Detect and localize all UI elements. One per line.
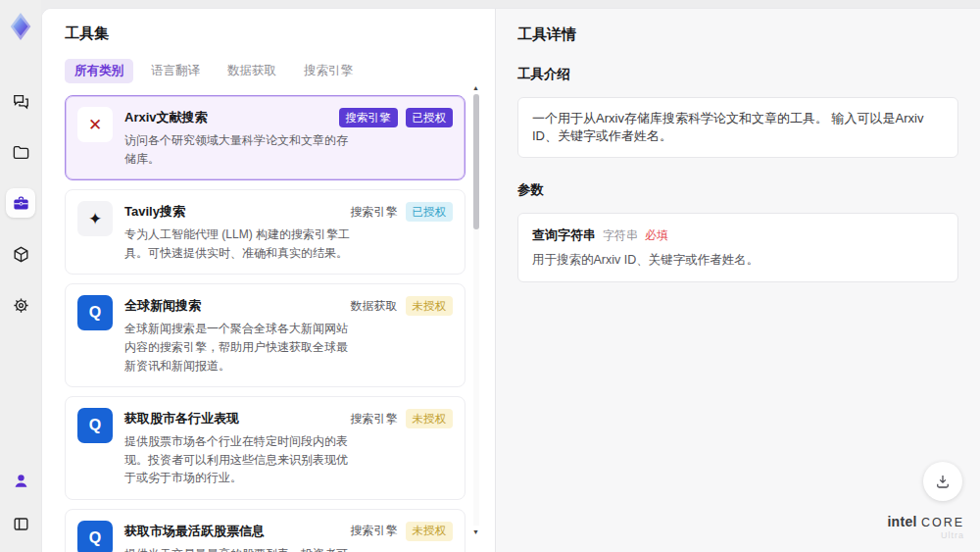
star-icon <box>77 201 113 236</box>
qblue-icon <box>77 295 113 330</box>
tool-tags: 搜索引擎 已授权 <box>351 202 454 222</box>
parameter-head: 查询字符串 字符串 必填 <box>532 226 944 244</box>
tool-tags: 搜索引擎 未授权 <box>351 522 454 541</box>
tool-card[interactable]: Tavily搜索 专为人工智能代理 (LLM) 构建的搜索引擎工具。可快速提供实… <box>65 189 466 275</box>
qblue-icon <box>77 521 113 552</box>
left-icon-rail <box>0 0 41 552</box>
brand-core: CORE <box>921 516 964 529</box>
tool-category-label: 数据获取 <box>351 298 398 315</box>
tool-description: 提供当天交易量最高的股票列表，投资者可以利用这些信息来识别流动性强的股票和潜在的… <box>124 545 359 552</box>
page-title: 工具集 <box>65 25 466 43</box>
tool-card[interactable]: 获取股市各行业表现 提供股票市场各个行业在特定时间段内的表现。投资者可以利用这些… <box>65 396 466 500</box>
brand-ultra: Ultra <box>887 531 964 540</box>
parameter-required-badge: 必填 <box>645 227 668 244</box>
tool-status-badge: 未授权 <box>406 296 454 316</box>
sidebar-item-models[interactable] <box>6 239 35 269</box>
sidebar-item-chat[interactable] <box>6 86 35 116</box>
category-tab[interactable]: 所有类别 <box>65 59 133 83</box>
parameter-type: 字符串 <box>603 227 638 244</box>
qblue-icon <box>77 408 113 443</box>
arxiv-icon <box>77 107 113 142</box>
category-tabs: 所有类别语言翻译数据获取搜索引擎 <box>65 59 466 83</box>
category-tab[interactable]: 搜索引擎 <box>294 59 363 83</box>
tool-name: 获取市场最活跃股票信息 <box>124 523 359 540</box>
download-icon <box>934 473 952 490</box>
scrollbar-thumb[interactable] <box>473 94 479 229</box>
tool-name: 全球新闻搜索 <box>124 297 359 315</box>
user-avatar-icon <box>12 472 30 490</box>
sidebar-item-collapse[interactable] <box>6 509 35 538</box>
sidebar-item-files[interactable] <box>6 137 35 167</box>
tool-tags: 搜索引擎 已授权 <box>339 108 454 127</box>
main-surface: 工具集 所有类别语言翻译数据获取搜索引擎 Arxiv文献搜索 访问各个研究领域大… <box>41 8 980 552</box>
cube-icon <box>12 245 30 264</box>
tool-detail-panel: 工具详情 工具介绍 一个用于从Arxiv存储库搜索科学论文和文章的工具。 输入可… <box>496 9 980 552</box>
sidebar-item-settings[interactable] <box>6 290 35 320</box>
tool-category-label: 搜索引擎 <box>351 523 398 539</box>
tool-category-label: 搜索引擎 <box>351 204 398 221</box>
tool-name: Arxiv文献搜索 <box>124 109 359 126</box>
parameter-name: 查询字符串 <box>532 226 596 244</box>
category-tab[interactable]: 语言翻译 <box>141 59 210 83</box>
intro-heading: 工具介绍 <box>517 66 958 83</box>
tool-name: Tavily搜索 <box>124 203 359 221</box>
tool-description: 访问各个研究领域大量科学论文和文章的存储库。 <box>124 131 359 168</box>
category-tab[interactable]: 数据获取 <box>218 59 286 83</box>
scroll-up-icon[interactable]: ▲ <box>471 83 480 92</box>
tool-tags: 数据获取 未授权 <box>351 296 454 316</box>
tool-category-label: 搜索引擎 <box>351 411 398 427</box>
chat-icon <box>12 92 30 111</box>
tool-status-badge: 已授权 <box>406 108 454 127</box>
tool-status-badge: 已授权 <box>406 202 454 222</box>
tool-list: Arxiv文献搜索 访问各个研究领域大量科学论文和文章的存储库。 搜索引擎 已授… <box>65 95 466 552</box>
parameter-desc: 用于搜索的Arxiv ID、关键字或作者姓名。 <box>532 252 944 269</box>
tool-category-label: 搜索引擎 <box>339 108 398 127</box>
sidebar-item-tools[interactable] <box>6 188 35 218</box>
tool-list-panel: 工具集 所有类别语言翻译数据获取搜索引擎 Arxiv文献搜索 访问各个研究领域大… <box>42 9 495 552</box>
app-logo-icon <box>6 12 35 41</box>
brand-intel: intel <box>887 514 916 529</box>
scroll-down-icon[interactable]: ▼ <box>471 527 480 536</box>
tool-tags: 搜索引擎 未授权 <box>351 409 454 428</box>
download-button[interactable] <box>923 462 962 501</box>
toolbox-icon <box>12 194 30 213</box>
intel-core-logo: intel CORE Ultra <box>887 515 964 541</box>
parameter-card: 查询字符串 字符串 必填 用于搜索的Arxiv ID、关键字或作者姓名。 <box>517 213 958 282</box>
tool-card[interactable]: 获取市场最活跃股票信息 提供当天交易量最高的股票列表，投资者可以利用这些信息来识… <box>65 509 466 552</box>
tool-status-badge: 未授权 <box>406 409 454 428</box>
tool-card[interactable]: Arxiv文献搜索 访问各个研究领域大量科学论文和文章的存储库。 搜索引擎 已授… <box>65 95 466 180</box>
sidebar-item-profile[interactable] <box>6 466 35 495</box>
tool-description: 专为人工智能代理 (LLM) 构建的搜索引擎工具。可快速提供实时、准确和真实的结… <box>124 226 359 262</box>
tool-status-badge: 未授权 <box>406 522 454 541</box>
tool-description: 提供股票市场各个行业在特定时间段内的表现。投资者可以利用这些信息来识别表现优于或… <box>124 432 359 487</box>
scrollbar-track[interactable] <box>473 94 479 526</box>
folder-icon <box>12 143 30 162</box>
tool-name: 获取股市各行业表现 <box>124 410 359 427</box>
list-scrollbar[interactable]: ▲ ▼ <box>471 83 480 536</box>
params-heading: 参数 <box>517 181 958 199</box>
tool-card[interactable]: 全球新闻搜索 全球新闻搜索是一个聚合全球各大新闻网站内容的搜索引擎，帮助用户快速… <box>65 283 466 387</box>
gear-icon <box>12 296 30 315</box>
panel-toggle-icon <box>12 515 30 533</box>
tool-description: 全球新闻搜索是一个聚合全球各大新闻网站内容的搜索引擎，帮助用户快速获取全球最新资… <box>124 320 359 375</box>
intro-text: 一个用于从Arxiv存储库搜索科学论文和文章的工具。 输入可以是Arxiv ID… <box>517 97 958 158</box>
detail-title: 工具详情 <box>517 25 958 44</box>
